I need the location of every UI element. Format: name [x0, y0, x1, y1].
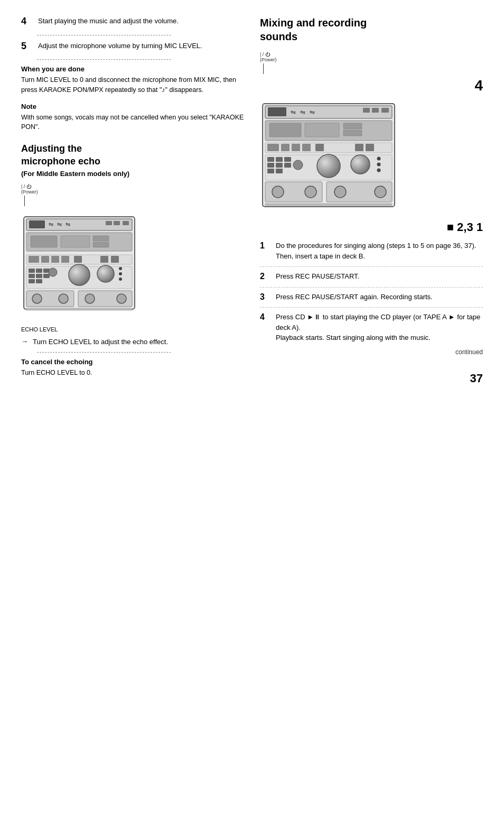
svg-rect-30	[36, 279, 42, 283]
dashed-divider-3	[37, 352, 171, 353]
note-body: With some songs, vocals may not be cance…	[21, 113, 244, 133]
svg-text:⇋: ⇋	[291, 108, 296, 116]
right-device-number: 4	[260, 77, 483, 94]
svg-point-85	[334, 186, 346, 198]
svg-text:⇋: ⇋	[66, 221, 70, 227]
svg-rect-28	[43, 274, 50, 278]
svg-rect-16	[41, 256, 49, 263]
svg-rect-72	[284, 163, 291, 168]
left-device-wrap: | / ⏻(Power) ⇋ ⇋ ⇋	[21, 184, 244, 323]
device-sub-text: ■ 2,3 1	[447, 220, 483, 234]
svg-rect-87	[265, 204, 392, 206]
svg-point-77	[351, 155, 370, 174]
right-step-4: 4 Press CD ►⏸ to start playing the CD pl…	[260, 307, 483, 343]
svg-rect-24	[36, 269, 42, 273]
svg-rect-59	[267, 144, 279, 151]
svg-rect-57	[343, 130, 362, 136]
svg-point-84	[305, 186, 316, 198]
device-sub-label: ■ 2,3 1	[260, 220, 483, 234]
arrow-icon: →	[21, 337, 30, 345]
svg-point-79	[377, 163, 381, 167]
cancel-heading: To cancel the echoing	[21, 358, 244, 366]
mixing-title-line2: sounds	[260, 31, 297, 42]
svg-point-31	[49, 268, 57, 276]
cancel-body: Turn ECHO LEVEL to 0.	[21, 368, 244, 378]
adj-title-line2: microphone echo	[21, 156, 100, 167]
echo-arrow-step: → Turn ECHO LEVEL to adjust the echo eff…	[21, 337, 244, 347]
svg-point-40	[59, 294, 68, 303]
svg-point-83	[272, 186, 284, 198]
right-step-3-main: Press REC PAUSE/START again. Recording s…	[276, 293, 433, 301]
svg-point-86	[375, 186, 386, 198]
svg-rect-65	[366, 144, 374, 151]
svg-rect-26	[29, 274, 35, 278]
adj-title: Adjusting the microphone echo	[21, 143, 244, 168]
note-section: Note With some songs, vocals may not be …	[21, 103, 244, 133]
mixing-title: Mixing and recording sounds	[260, 16, 483, 43]
svg-point-75	[293, 160, 303, 170]
right-step-3-text: Press REC PAUSE/START again. Recording s…	[276, 292, 433, 302]
svg-point-34	[119, 267, 122, 270]
svg-rect-56	[343, 123, 362, 129]
svg-rect-71	[276, 163, 283, 168]
svg-text:⇋: ⇋	[300, 108, 305, 116]
svg-rect-21	[111, 256, 119, 263]
right-device-svg: ⇋ ⇋ ⇋	[260, 98, 483, 216]
svg-point-33	[97, 265, 114, 282]
left-power-label: | / ⏻(Power)	[21, 184, 244, 195]
svg-rect-13	[93, 242, 109, 247]
svg-point-41	[85, 294, 95, 303]
svg-point-36	[119, 278, 122, 281]
right-step-2: 2 Press REC PAUSE/START.	[260, 266, 483, 282]
right-step-4-text: Press CD ►⏸ to start playing the CD play…	[276, 312, 483, 343]
svg-rect-10	[31, 236, 57, 247]
svg-rect-23	[29, 269, 35, 273]
continued-label: continued	[260, 348, 483, 356]
step-5-number: 5	[21, 41, 33, 52]
right-step-4-main: Press CD ►⏸ to start playing the CD play…	[276, 313, 480, 331]
svg-text:⇋: ⇋	[310, 108, 315, 116]
svg-rect-50	[363, 108, 370, 113]
step-4-number: 4	[21, 16, 33, 27]
left-power-line	[24, 196, 25, 206]
svg-rect-46	[268, 107, 286, 116]
svg-point-76	[317, 154, 340, 178]
right-step-2-text: Press REC PAUSE/START.	[276, 271, 359, 282]
dashed-divider-2	[37, 59, 171, 60]
svg-rect-29	[29, 279, 35, 283]
right-device-drawing: ⇋ ⇋ ⇋	[260, 98, 397, 215]
when-done-heading: When you are done	[21, 65, 244, 73]
step-4-text: Start playing the music and adjust the v…	[38, 16, 179, 26]
svg-text:⇋: ⇋	[49, 221, 53, 227]
adj-subtitle: (For Middle Eastern models only)	[21, 170, 244, 178]
when-done-body: Turn MIC LEVEL to 0 and disconnect the m…	[21, 75, 244, 95]
svg-rect-27	[36, 274, 42, 278]
echo-step-text: Turn ECHO LEVEL to adjust the echo effec…	[33, 337, 168, 347]
svg-rect-7	[114, 221, 120, 225]
svg-rect-18	[61, 256, 69, 263]
step-5-block: 5 Adjust the microphone volume by turnin…	[21, 41, 244, 52]
right-step-4-num: 4	[260, 312, 270, 322]
svg-rect-51	[372, 108, 379, 113]
svg-rect-55	[305, 123, 339, 137]
svg-rect-6	[106, 221, 112, 225]
left-column: 4 Start playing the music and adjust the…	[21, 16, 244, 385]
svg-rect-17	[51, 256, 59, 263]
svg-rect-64	[355, 144, 363, 151]
right-step-1-num: 1	[260, 241, 270, 251]
svg-point-42	[117, 294, 126, 303]
right-column: Mixing and recording sounds | / ⏻(Power)…	[260, 16, 483, 385]
adj-section: Adjusting the microphone echo (For Middl…	[21, 143, 244, 378]
mixing-title-line1: Mixing and recording	[260, 17, 367, 29]
echo-label: ECHO LEVEL	[21, 326, 244, 333]
svg-rect-68	[276, 157, 283, 162]
right-step-4-extra: Playback starts. Start singing along wit…	[276, 334, 431, 341]
dashed-divider-1	[37, 35, 171, 35]
right-step-3: 3 Press REC PAUSE/START again. Recording…	[260, 287, 483, 302]
right-power-line	[263, 63, 264, 74]
svg-rect-60	[281, 144, 290, 151]
svg-rect-63	[315, 144, 324, 151]
svg-point-78	[377, 157, 381, 161]
svg-rect-54	[269, 123, 301, 137]
cancel-section: To cancel the echoing Turn ECHO LEVEL to…	[21, 358, 244, 378]
